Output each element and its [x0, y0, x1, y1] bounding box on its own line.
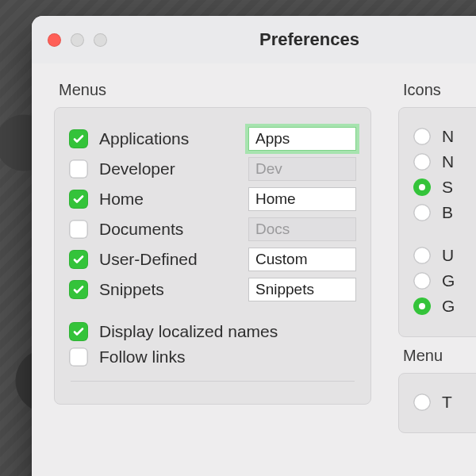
icons-radio-0-3[interactable] — [413, 204, 431, 221]
user-defined-label: User-Defined — [99, 250, 237, 269]
user-defined-alias-input[interactable] — [248, 248, 356, 271]
menu-row-documents: Documents — [69, 217, 356, 241]
documents-alias-input[interactable] — [248, 217, 356, 241]
radio-row: T — [413, 393, 476, 412]
radio-row: N — [413, 127, 476, 146]
home-label: Home — [99, 190, 237, 209]
icons-fieldset: N N S B U — [398, 107, 476, 337]
menu2-section-label: Menu — [403, 347, 476, 365]
icons-radio-label: U — [442, 246, 454, 265]
radio-row: U — [413, 246, 476, 265]
follow-links-label: Follow links — [99, 347, 356, 367]
icons-radio-1-1[interactable] — [413, 272, 431, 290]
radio-row: B — [413, 203, 476, 222]
applications-label: Applications — [99, 129, 237, 148]
close-button[interactable] — [48, 33, 61, 47]
zoom-button[interactable] — [94, 33, 107, 47]
developer-label: Developer — [99, 159, 237, 178]
separator — [71, 381, 355, 382]
icons-radio-label: N — [442, 152, 454, 171]
follow-links-checkbox[interactable] — [69, 347, 88, 367]
icons-radio-0-2[interactable] — [413, 178, 431, 196]
menu-row-developer: Developer — [69, 157, 356, 181]
radio-row: G — [413, 271, 476, 290]
check-icon — [72, 193, 85, 205]
menu2-radio-label: T — [442, 393, 452, 412]
developer-alias-input[interactable] — [248, 157, 356, 181]
check-icon — [72, 283, 85, 296]
radio-row: S — [413, 178, 476, 197]
check-icon — [72, 132, 85, 145]
icons-radio-0-0[interactable] — [413, 128, 431, 145]
icons-radio-label: S — [442, 178, 453, 197]
home-alias-input[interactable] — [248, 187, 356, 211]
titlebar: Preferences — [32, 16, 476, 63]
documents-checkbox[interactable] — [69, 220, 88, 239]
menu-row-snippets: Snippets — [69, 278, 356, 301]
display-localized-label: Display localized names — [99, 322, 356, 341]
window-controls — [48, 33, 107, 47]
snippets-alias-input[interactable] — [248, 278, 356, 301]
applications-checkbox[interactable] — [69, 129, 88, 148]
check-icon — [72, 253, 85, 266]
developer-checkbox[interactable] — [69, 159, 88, 178]
radio-row: N — [413, 152, 476, 171]
user-defined-checkbox[interactable] — [69, 250, 88, 269]
menu-row-home: Home — [69, 187, 356, 211]
icons-section-label: Icons — [403, 81, 476, 99]
option-row-localized: Display localized names — [69, 322, 356, 341]
menus-fieldset: Applications Developer Home — [54, 107, 371, 405]
icons-radio-label: G — [442, 297, 455, 316]
icons-radio-1-0[interactable] — [413, 247, 431, 264]
icons-column: Icons N N S B — [398, 71, 476, 433]
menu-row-applications: Applications — [69, 127, 356, 151]
icons-radio-1-2[interactable] — [413, 298, 431, 315]
check-icon — [72, 325, 85, 338]
applications-alias-input[interactable] — [248, 127, 356, 151]
snippets-label: Snippets — [99, 280, 237, 299]
icons-radio-0-1[interactable] — [413, 153, 431, 171]
display-localized-checkbox[interactable] — [69, 322, 88, 341]
menu2-fieldset: T — [398, 373, 476, 433]
menus-column: Menus Applications Developer — [54, 71, 371, 433]
menu2-radio-0[interactable] — [413, 393, 431, 411]
home-checkbox[interactable] — [69, 190, 88, 209]
snippets-checkbox[interactable] — [69, 280, 88, 299]
icons-radio-label: G — [442, 271, 455, 290]
preferences-window: Preferences Menus Applications Developer — [32, 16, 476, 476]
content: Menus Applications Developer — [32, 63, 476, 449]
minimize-button[interactable] — [71, 33, 84, 47]
menu-row-user-defined: User-Defined — [69, 248, 356, 271]
icons-radio-label: B — [442, 203, 453, 222]
icons-radio-label: N — [442, 127, 454, 146]
menus-section-label: Menus — [59, 81, 371, 99]
option-row-follow-links: Follow links — [69, 347, 356, 367]
documents-label: Documents — [99, 220, 237, 239]
radio-row: G — [413, 297, 476, 316]
